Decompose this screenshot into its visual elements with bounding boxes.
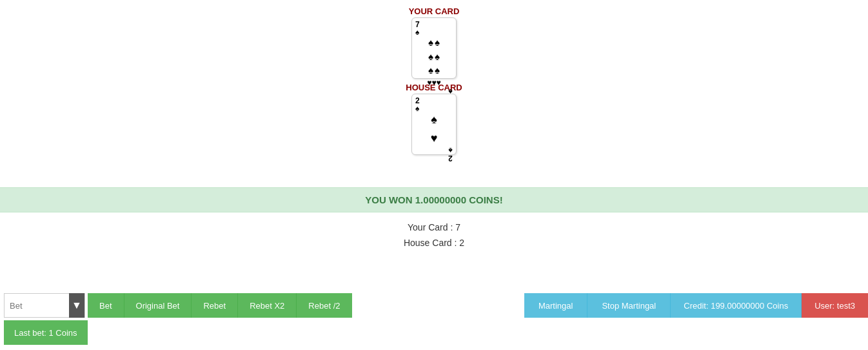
toolbar-row1: ▼ Bet Original Bet Rebet Rebet X2 Rebet … [4,293,868,318]
house-card: 2♠ ♠ ♥ 2♠ [411,94,457,155]
bet-input-arrow-button[interactable]: ▼ [69,293,84,318]
your-card-label: YOUR CARD [409,6,460,16]
bet-input[interactable] [5,294,69,317]
house-card-top: 2♠ [415,97,453,112]
your-card-info: Your Card : 7 [0,220,868,236]
rebet-div2-button[interactable]: Rebet /2 [297,293,351,318]
toolbar-inner: ▼ Bet Original Bet Rebet Rebet X2 Rebet … [4,293,868,345]
user-button[interactable]: User: test3 [802,293,868,318]
card-info: Your Card : 7 House Card : 2 [0,212,868,256]
result-banner: YOU WON 1.00000000 COINS! [0,187,868,212]
toolbar: ▼ Bet Original Bet Rebet Rebet X2 Rebet … [0,288,868,350]
martingal-button[interactable]: Martingal [524,293,587,318]
rebet-button[interactable]: Rebet [192,293,238,318]
right-button-group: Martingal Stop Martingal Credit: 199.000… [524,293,868,318]
toolbar-row2: Last bet: 1 Coins [4,320,868,345]
original-bet-button[interactable]: Original Bet [124,293,192,318]
your-card: 7♠ ♠♠ ♠♠ ♠♠ ♥♥♥ 7♠ [411,17,457,79]
bet-button[interactable]: Bet [88,293,124,318]
your-card-center: ♠♠ ♠♠ ♠♠ ♥♥♥ [415,36,453,88]
house-card-center: ♠ ♥ [415,112,453,147]
rebet-x2-button[interactable]: Rebet X2 [238,293,297,318]
credit-button[interactable]: Credit: 199.00000000 Coins [671,293,802,318]
last-bet-button[interactable]: Last bet: 1 Coins [4,320,88,345]
bet-input-wrapper: ▼ [4,293,85,318]
your-card-top: 7♠ [415,21,453,36]
house-card-info: House Card : 2 [0,236,868,251]
stop-martingal-button[interactable]: Stop Martingal [587,293,671,318]
house-card-bottom: 2♠ [448,147,453,162]
green-button-group: Bet Original Bet Rebet Rebet X2 Rebet /2 [88,293,352,318]
result-text: YOU WON 1.00000000 COINS! [365,194,502,205]
card-area: YOUR CARD 7♠ ♠♠ ♠♠ ♠♠ ♥♥♥ 7♠ HOUSE CARD … [0,0,868,187]
